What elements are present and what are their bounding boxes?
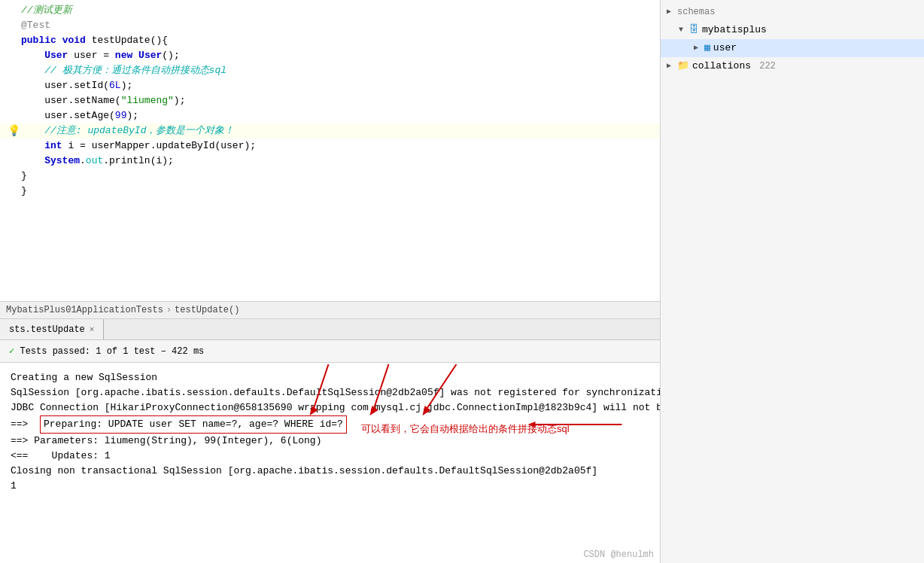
breadcrumb: MybatisPlus01ApplicationTests › testUpda… (0, 301, 660, 319)
code-line: user.setId(6L); (0, 78, 660, 93)
keyword: int (44, 140, 62, 151)
code-line: user.setName("liumeng"); (0, 93, 660, 108)
cyan-keyword: out (86, 155, 103, 166)
schemas-label: schemas (677, 5, 715, 20)
line-content: int i = userMapper.updateById(user); (21, 138, 660, 154)
line-content: public void testUpdate(){ (21, 33, 660, 48)
chevron-right-icon: ▶ (664, 59, 674, 74)
sidebar-tree: ▶ schemas ▼ 🗄 mybatisplus ▶ ▦ user ▶ 📁 c… (661, 0, 924, 78)
code-line: //测试更新 (0, 3, 660, 18)
type: System (44, 155, 80, 166)
code-line: // 极其方便：通过条件自动拼接动态sql (0, 63, 660, 78)
code-lines: //测试更新 @Test public void testUpdate(){ U… (0, 0, 660, 202)
code-line: public void testUpdate(){ (0, 33, 660, 48)
keyword: public (21, 35, 56, 46)
main-container: //测试更新 @Test public void testUpdate(){ U… (0, 0, 924, 563)
code-line: @Test (0, 18, 660, 33)
tab-close-button[interactable]: × (90, 325, 95, 334)
user-label: user (713, 41, 737, 56)
string: "liumeng" (121, 95, 174, 106)
line-content: //注意: updateById，参数是一个对象！ (21, 123, 660, 138)
tab-item[interactable]: sts.testUpdate × (0, 319, 104, 339)
console-line: Closing non transactional SqlSession [or… (11, 464, 649, 479)
line-content: // 极其方便：通过条件自动拼接动态sql (21, 63, 660, 78)
tree-item-mybatisplus[interactable]: ▼ 🗄 mybatisplus (661, 21, 924, 39)
line-content: } (21, 184, 660, 199)
line-content: user.setAge(99); (21, 108, 660, 123)
console-line: ==> Parameters: liumeng(String), 99(Inte… (11, 434, 649, 449)
annotation-text: @Test (21, 20, 50, 31)
cyan-comment: // 极其方便：通过条件自动拼接动态sql (44, 65, 226, 76)
cyan-comment: //注意: updateById，参数是一个对象！ (21, 125, 234, 136)
code-panel: //测试更新 @Test public void testUpdate(){ U… (0, 0, 661, 563)
type: User (138, 50, 162, 61)
breadcrumb-method: testUpdate() (175, 305, 239, 315)
db-icon: 🗄 (689, 23, 699, 38)
collations-label: collations (692, 59, 751, 74)
update-statement-box: Preparing: UPDATE user SET name=?, age=?… (40, 415, 347, 434)
code-line: } (0, 184, 660, 199)
test-pass-icon: ✓ (9, 345, 14, 357)
collations-count: 222 (754, 59, 776, 74)
console-output: Creating a new SqlSession SqlSession [or… (0, 363, 660, 501)
breadcrumb-class: MybatisPlus01ApplicationTests (6, 305, 163, 315)
code-line: user.setAge(99); (0, 108, 660, 123)
console-arrow: ==> (11, 417, 40, 432)
folder-icon: 📁 (677, 59, 689, 74)
breadcrumb-separator: › (166, 305, 172, 315)
lightbulb-icon: 💡 (6, 123, 21, 138)
line-content: @Test (21, 18, 660, 33)
chevron-down-icon: ▼ (676, 23, 686, 38)
mybatisplus-label: mybatisplus (702, 23, 767, 38)
line-content: user.setId(6L); (21, 78, 660, 93)
console-line: <== Updates: 1 (11, 449, 649, 464)
line-content: //测试更新 (21, 3, 660, 18)
sidebar-panel: ▶ schemas ▼ 🗄 mybatisplus ▶ ▦ user ▶ 📁 c… (661, 0, 924, 563)
method-name: testUpdate (92, 35, 150, 46)
type: User (44, 50, 68, 61)
test-result-text: Tests passed: 1 of 1 test – 422 ms (20, 346, 204, 357)
code-line: System.out.println(i); (0, 154, 660, 169)
watermark: CSDN @henulmh (583, 549, 654, 560)
chevron-right-icon: ▶ (691, 41, 701, 56)
tree-item-collations[interactable]: ▶ 📁 collations 222 (661, 57, 924, 75)
keyword: new (115, 50, 132, 61)
code-area: //测试更新 @Test public void testUpdate(){ U… (0, 0, 660, 301)
console-line: 1 (11, 479, 649, 494)
tree-item-schemas[interactable]: ▶ schemas (661, 3, 924, 21)
console-line: SqlSession [org.apache.ibatis.session.de… (11, 385, 649, 400)
line-content: System.out.println(i); (21, 154, 660, 169)
keyword: void (62, 35, 86, 46)
code-line: int i = userMapper.updateById(user); (0, 138, 660, 154)
tree-item-user[interactable]: ▶ ▦ user (661, 39, 924, 57)
tab-bar: sts.testUpdate × (0, 319, 660, 340)
number: 6L (109, 80, 121, 91)
console-line-preparing: ==> Preparing: UPDATE user SET name=?, a… (11, 415, 649, 434)
line-content: User user = new User(); (21, 48, 660, 63)
code-line-highlighted: 💡 //注意: updateById，参数是一个对象！ (0, 123, 660, 138)
line-content: } (21, 169, 660, 184)
tab-label: sts.testUpdate (9, 324, 85, 335)
console-wrapper: Creating a new SqlSession SqlSession [or… (0, 363, 660, 563)
line-content: user.setName("liumeng"); (21, 93, 660, 108)
comment-text: //测试更新 (21, 5, 72, 16)
console-line: JDBC Connection [HikariProxyConnection@6… (11, 400, 649, 415)
console-line: Creating a new SqlSession (11, 370, 649, 385)
table-icon: ▦ (704, 41, 710, 56)
code-line: User user = new User(); (0, 48, 660, 63)
code-line: } (0, 169, 660, 184)
number: 99 (115, 110, 127, 121)
chevron-icon: ▶ (664, 5, 674, 20)
test-result-bar: ✓ Tests passed: 1 of 1 test – 422 ms (0, 340, 660, 363)
